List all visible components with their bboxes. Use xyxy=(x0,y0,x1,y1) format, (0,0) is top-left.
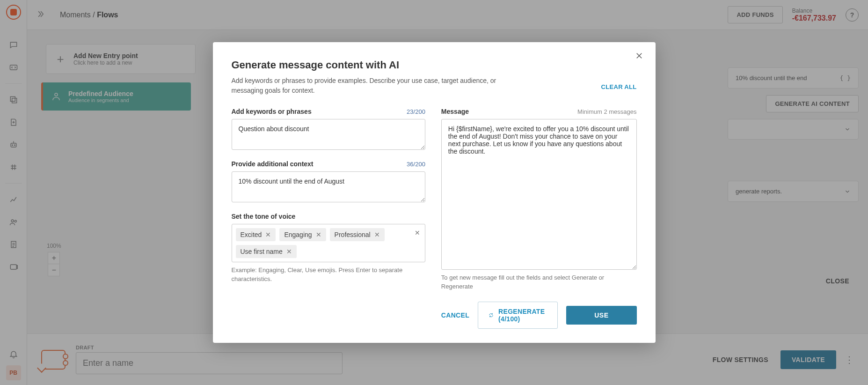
tone-input[interactable]: Excited✕ Engaging✕ Professional✕ Use fir… xyxy=(232,224,425,262)
regenerate-button[interactable]: REGENERATE (4/100) xyxy=(478,302,558,329)
chip-remove-icon[interactable]: ✕ xyxy=(265,231,271,238)
tone-help-text: Example: Engaging, Clear, Use emojis. Pr… xyxy=(232,266,425,284)
chip-remove-icon[interactable]: ✕ xyxy=(286,248,292,255)
message-help-text: To get new message fill out the fields a… xyxy=(441,274,637,291)
keywords-input[interactable] xyxy=(232,119,425,150)
context-label: Provide additional context xyxy=(232,160,314,168)
chip-remove-icon[interactable]: ✕ xyxy=(316,231,321,238)
tone-chip: Professional✕ xyxy=(330,228,385,241)
refresh-icon xyxy=(489,311,494,319)
message-output[interactable] xyxy=(441,119,637,270)
context-input[interactable] xyxy=(232,171,425,202)
modal-right-column: Message Minimum 2 messages To get new me… xyxy=(441,108,637,329)
modal-subtitle: Add keywords or phrases to provide examp… xyxy=(232,76,522,96)
clear-all-button[interactable]: CLEAR ALL xyxy=(601,83,637,90)
use-button[interactable]: USE xyxy=(566,306,636,325)
modal-left-column: Add keywords or phrases 23/200 Provide a… xyxy=(232,108,425,329)
tone-chip: Use first name✕ xyxy=(236,245,297,258)
modal-title: Generate message content with AI xyxy=(232,59,637,71)
keywords-label: Add keywords or phrases xyxy=(232,108,312,115)
close-icon[interactable] xyxy=(635,52,646,63)
generate-ai-modal: Generate message content with AI Add key… xyxy=(213,42,656,343)
cancel-button[interactable]: CANCEL xyxy=(441,311,469,319)
tone-chip: Engaging✕ xyxy=(279,228,326,241)
message-label: Message xyxy=(441,108,469,115)
keywords-count: 23/200 xyxy=(407,108,425,115)
tone-label: Set the tone of voice xyxy=(232,213,296,220)
chip-remove-icon[interactable]: ✕ xyxy=(374,231,380,238)
tone-chip: Excited✕ xyxy=(236,228,276,241)
message-hint: Minimum 2 messages xyxy=(577,108,636,115)
context-count: 36/200 xyxy=(407,161,425,168)
tone-clear-icon[interactable]: ✕ xyxy=(415,229,420,237)
modal-overlay: Generate message content with AI Add key… xyxy=(0,0,868,385)
